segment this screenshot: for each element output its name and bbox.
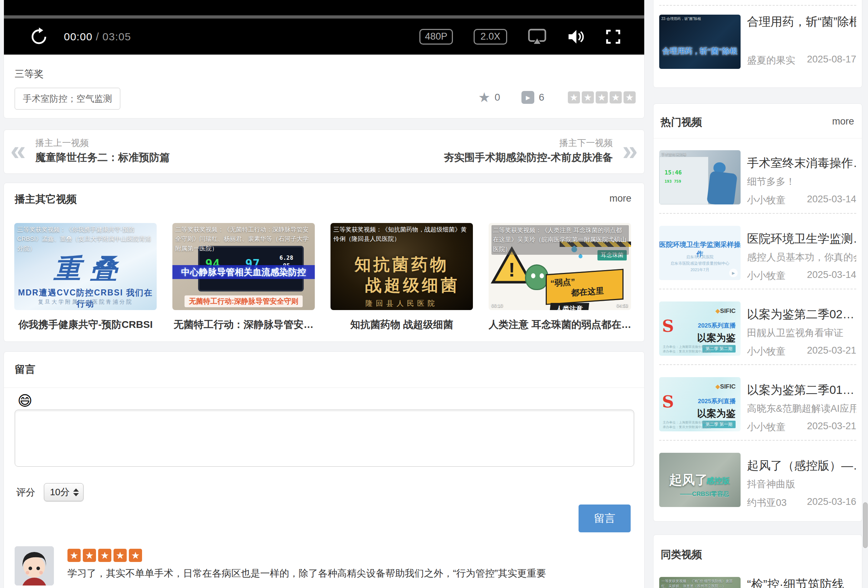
sidebar-thumbnail[interactable]: S ◆SIFIC 2025系列直播 以案为鉴 第二季 第一期 主办单位：上海斯菲…: [659, 377, 741, 431]
led-readout: 193 759: [664, 179, 681, 184]
fullscreen-icon[interactable]: [606, 29, 621, 44]
volume-icon[interactable]: [567, 29, 585, 44]
sidebar-video-title[interactable]: 起风了（感控版）—…: [747, 458, 856, 474]
other-video-thumbnail[interactable]: ! “弱点” 都在这里 耳念珠菌 人类注意 00:10 04:53 二等奖获奖视…: [489, 223, 631, 310]
play-count-icon: ▶: [521, 91, 534, 104]
rating-star-icon[interactable]: ★: [596, 91, 608, 103]
thumb-overlay-text: 三等奖获奖视频：《知抗菌药物，战超级细菌》黄伶俐（隆回县人民医院）: [334, 225, 471, 244]
rating-stars[interactable]: ★ ★ ★ ★ ★: [568, 91, 636, 103]
sidebar-video-title[interactable]: 以案为鉴第二季01…: [747, 382, 856, 398]
next-video-title[interactable]: 夯实围手术期感染防控-术前皮肤准备: [444, 150, 613, 165]
next-video-label: 播主下一视频: [559, 137, 613, 149]
other-video-thumbnail[interactable]: 94 97 6.28 95 中心静脉导管相关血流感染防控 无菌特工行动:深静脉导…: [173, 223, 315, 310]
sidebar-video-subtitle: 细节多多！: [747, 175, 856, 188]
other-videos-more-link[interactable]: more: [609, 193, 631, 204]
sidebar-video-date: 2025-03-16: [807, 496, 856, 507]
other-video-title[interactable]: 你我携手健康共守-预防CRBSI: [14, 318, 157, 332]
comments-card: 留言 😄 评分 10分 留言 ★ ★: [4, 351, 645, 588]
time-duration: 03:05: [102, 31, 131, 43]
commenter-avatar: [15, 546, 54, 585]
comment-input[interactable]: [15, 410, 634, 467]
comment-text: 学习了，其实不单单手术，日常在各病区也是一样的，除了各种高精尖设备帮助我们之外，…: [68, 567, 617, 580]
quality-button[interactable]: 480P: [419, 29, 453, 44]
thumb-main-text: 起风了: [669, 471, 708, 489]
thumb-host-line: 主办单位：上海斯菲克微生物应用技术研究中心: [663, 420, 730, 425]
video-stats: ★ 0 ▶ 6 ★ ★ ★ ★ ★: [478, 87, 636, 108]
led-readout: 15:46: [664, 169, 682, 176]
thumb-live-text: 2025系列直播: [698, 397, 735, 405]
rating-star-icon[interactable]: ★: [582, 91, 594, 103]
thumb-org-line: 承办单位：复旦大学附属中山医院: [663, 425, 711, 430]
emoji-picker-icon[interactable]: 😄: [18, 392, 32, 409]
sific-s-logo: S: [662, 317, 674, 336]
replay-icon[interactable]: [30, 28, 47, 46]
sific-logo-text: SIFIC: [720, 308, 735, 314]
thumb-corner-text: 手术室终末消毒: [661, 152, 739, 157]
speed-button[interactable]: 2.0X: [474, 29, 507, 44]
rating-label: 评分: [16, 486, 35, 499]
sidebar-video-author[interactable]: 盛夏的果实: [747, 54, 795, 67]
thumb-overlay-text: 一等奖获奖视频：《“检”控·细节筑防线》庞苗红、吴妍妍、张昱昱（苏州市立医院…）: [661, 579, 739, 588]
progress-bar[interactable]: [4, 15, 644, 19]
video-player[interactable]: 00:00 / 03:05 480P 2.0X: [4, 0, 644, 55]
rating-star-icon[interactable]: ★: [568, 91, 580, 103]
sidebar-video-author[interactable]: 小小牧童: [747, 270, 785, 282]
svg-text:!: !: [509, 258, 515, 281]
thumb-overlay-text: 二等奖获奖视频：《人类注意 耳念珠菌的弱点都在这里》吴美玲（皖南医学院第一附属医…: [492, 225, 629, 255]
monitor-value: 6.28: [279, 254, 293, 261]
related-videos-card: 22-合理用药，斩“菌”除根 合理用药，斩“菌”除根 合理用药，斩“菌”除根 盛…: [653, 0, 862, 88]
time-current: 00:00: [64, 31, 92, 43]
sidebar-video-author[interactable]: 约书亚03: [747, 496, 787, 509]
other-video-title[interactable]: 无菌特工行动：深静脉导管安…: [173, 318, 315, 332]
sidebar-video-title[interactable]: 以案为鉴第二季02…: [747, 307, 856, 323]
sidebar-video-title[interactable]: 医院环境卫生学监测…: [747, 231, 856, 247]
sidebar-video-author[interactable]: 小小牧童: [747, 345, 785, 358]
prev-arrow-icon[interactable]: «: [10, 134, 26, 167]
favorite-star-icon[interactable]: ★: [478, 90, 490, 105]
video-card: 00:00 / 03:05 480P 2.0X 三等奖: [4, 0, 645, 118]
sidebar-thumbnail[interactable]: 15:46 193 759 手术室终末消毒: [659, 150, 741, 205]
sidebar-video-author[interactable]: 小小牧童: [747, 194, 785, 206]
hot-videos-more-link[interactable]: more: [832, 116, 854, 127]
time-display: 00:00 / 03:05: [64, 31, 131, 43]
sidebar-video-author[interactable]: 小小牧童: [747, 421, 785, 433]
same-category-card: 同类视频 一等奖获奖视频：《“检”控·细节筑防线》庞苗红、吴妍妍、张昱昱（苏州市…: [653, 535, 862, 588]
divider: [654, 138, 862, 139]
comment-rating-stars: ★ ★ ★ ★ ★: [68, 549, 142, 562]
thumb-main-text: 合理用药，斩“菌”除根: [659, 46, 741, 56]
rating-select[interactable]: 10分: [44, 483, 84, 501]
thumb-bottom-banner: 无菌特工行动:深静脉导管安全守则: [185, 295, 303, 307]
next-arrow-icon[interactable]: »: [623, 134, 638, 167]
sidebar-video-subtitle: 抖音神曲版: [747, 478, 856, 491]
sidebar-video-title[interactable]: 合理用药，斩“菌”除根: [747, 14, 856, 30]
sidebar-thumbnail[interactable]: 医院环境卫生学监测采样操作 启东市人民医院 启东市医院感染管理质量控制中心 20…: [659, 226, 741, 280]
sidebar-video-date: 2025-03-14: [807, 194, 856, 205]
sidebar-video-date: 2025-03-14: [807, 270, 856, 280]
sidebar-thumbnail[interactable]: S ◆SIFIC 2025系列直播 以案为鉴 第二季 第二期 主办单位：上海斯菲…: [659, 302, 741, 356]
cast-icon[interactable]: [528, 28, 546, 45]
rating-star-icon[interactable]: ★: [623, 91, 636, 103]
comment-star-icon: ★: [68, 549, 81, 562]
same-category-header: 同类视频: [661, 548, 702, 562]
prev-video-title[interactable]: 魔童降世任务二：标准预防篇: [35, 150, 170, 165]
other-video-title[interactable]: 知抗菌药物 战超级细菌: [331, 318, 473, 332]
thumb-time-end: 04:53: [616, 303, 628, 308]
thumb-big-title: 重叠: [14, 251, 157, 287]
sidebar-video-title[interactable]: 手术室终末消毒操作…: [747, 155, 856, 171]
other-video-title[interactable]: 人类注意 耳念珠菌的弱点都在…: [489, 318, 631, 332]
sidebar-thumbnail[interactable]: 一等奖获奖视频：《“检”控·细节筑防线》庞苗红、吴妍妍、张昱昱（苏州市立医院…）: [659, 577, 741, 588]
other-video-thumbnail[interactable]: 三等奖获奖视频：《你我携手健康共守-预防CRBSI》孟鑫、重叠（复旦大学附属中山…: [14, 223, 157, 310]
rating-star-icon[interactable]: ★: [610, 91, 622, 103]
other-video-thumbnail[interactable]: 三等奖获奖视频：《知抗菌药物，战超级细菌》黄伶俐（隆回县人民医院） 知抗菌药物 …: [331, 223, 473, 310]
thumb-host-line: 主办单位：上海斯菲克微生物应用技术研究中心: [663, 345, 730, 349]
sidebar-video-title[interactable]: “检”控·细节筑防线: [747, 576, 856, 588]
sidebar-thumbnail[interactable]: 起风了 感控版 ——CRBSI零容忍: [659, 453, 741, 507]
scrollbar-thumb[interactable]: [863, 503, 868, 548]
thumb-live-text: 2025系列直播: [698, 321, 735, 330]
sific-diamond-icon: ◆: [715, 308, 720, 314]
sific-logo: ◆SIFIC: [715, 383, 735, 391]
sidebar-thumbnail[interactable]: 22-合理用药，斩“菌”除根 合理用药，斩“菌”除根: [659, 15, 741, 69]
submit-comment-button[interactable]: 留言: [579, 504, 631, 532]
video-tag[interactable]: 手术室防控；空气监测: [15, 88, 120, 109]
sific-s-logo: S: [662, 392, 674, 411]
